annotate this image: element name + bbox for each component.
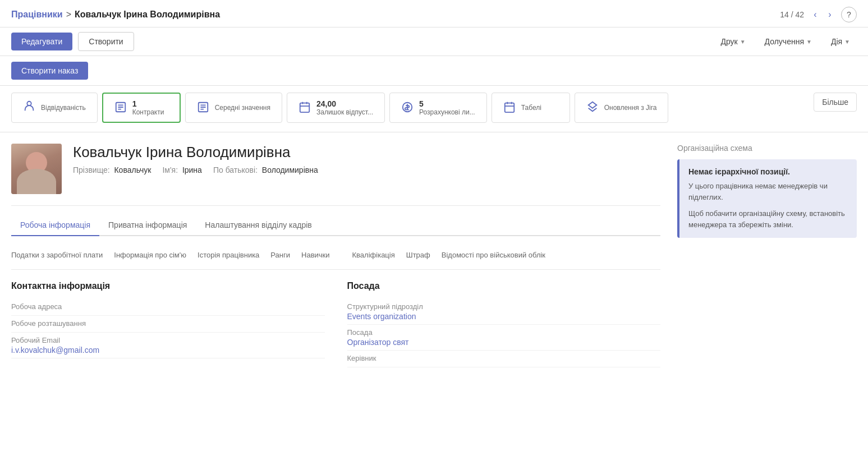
edit-button[interactable]: Редагувати <box>11 33 72 50</box>
patronymic-value: Володимирівна <box>262 165 318 174</box>
stat-jira[interactable]: Оновлення з Jira <box>575 93 669 123</box>
more-dropdown[interactable]: Більше <box>814 93 857 112</box>
svg-rect-5 <box>504 103 514 112</box>
stat-tabel[interactable]: Табелі <box>492 93 570 123</box>
sub-nav-taxes[interactable]: Податки з заробітної плати <box>11 250 103 260</box>
breadcrumb: Працівники > Ковальчук Ірина Володимирів… <box>11 10 220 20</box>
field-work-location: Робоче розташування <box>11 316 325 333</box>
stats-bar: Відвідуваність 1 Контракти Середні значе… <box>0 86 868 132</box>
record-position: 14 / 42 <box>780 10 804 19</box>
stat-payroll-num: 5 <box>419 99 475 108</box>
svg-rect-3 <box>300 103 310 112</box>
sub-nav-qualification[interactable]: Кваліфікація <box>352 250 395 260</box>
stat-avg-label: Середні значення <box>215 104 270 112</box>
tab-private-info[interactable]: Приватна інформація <box>99 215 196 236</box>
sub-nav-history[interactable]: Історія працівника <box>198 250 259 260</box>
attach-label: Долучення <box>765 37 804 46</box>
action-chevron-icon: ▼ <box>844 39 850 45</box>
work-address-label: Робоча адреса <box>11 302 325 311</box>
dollar-icon <box>401 101 414 115</box>
stat-attendance-label: Відвідуваність <box>41 104 86 112</box>
posada-title: Посада <box>347 281 661 291</box>
right-panel: Організаційна схема Немає ієрархічної по… <box>677 144 857 367</box>
create-order-button[interactable]: Створити наказ <box>11 62 88 80</box>
work-location-label: Робоче розташування <box>11 319 325 328</box>
field-work-address: Робоча адреса <box>11 299 325 316</box>
breadcrumb-right: 14 / 42 ‹ › ? <box>780 7 857 22</box>
action-button[interactable]: Дія ▼ <box>824 33 857 50</box>
nav-tabs: Робоча інформація Приватна інформація На… <box>11 215 660 236</box>
next-record-button[interactable]: › <box>823 8 837 21</box>
tab-hr-settings[interactable]: Налаштування відділу кадрів <box>196 215 320 236</box>
first-name-label: Ім'я: <box>162 165 178 174</box>
field-work-email: Робочий Email i.v.kovalchuk@gmail.com <box>11 333 325 358</box>
patronymic-label: По батькові: <box>213 165 258 174</box>
book2-icon <box>197 101 209 115</box>
create-button[interactable]: Створити <box>78 32 134 51</box>
stat-tabel-label: Табелі <box>521 104 541 112</box>
org-chart-title: Організаційна схема <box>677 144 857 153</box>
prev-record-button[interactable]: ‹ <box>809 8 822 21</box>
print-chevron-icon: ▼ <box>740 39 746 45</box>
employee-name: Ковальчук Ірина Володимирівна <box>73 144 660 161</box>
manager-label: Керівник <box>347 354 661 362</box>
avatar <box>11 144 62 194</box>
sub-nav-military[interactable]: Відомості про військовий облік <box>442 250 545 260</box>
left-panel: Ковальчук Ірина Володимирівна Прізвище: … <box>11 144 660 367</box>
stat-avg[interactable]: Середні значення <box>185 93 282 123</box>
print-label: Друк <box>720 37 737 46</box>
org-no-position: Немає ієрархічної позиції. <box>688 167 848 176</box>
stat-tabel-text: Табелі <box>521 104 541 112</box>
work-email-value[interactable]: i.v.kovalchuk@gmail.com <box>11 346 325 355</box>
sub-nav-penalty[interactable]: Штраф <box>406 250 430 260</box>
org-chart-panel: Організаційна схема Немає ієрархічної по… <box>677 144 857 238</box>
main-content: Ковальчук Ірина Володимирівна Прізвище: … <box>0 132 868 367</box>
stat-payroll-label: Розрахункові ли... <box>419 108 475 116</box>
stat-contracts-num: 1 <box>132 99 164 108</box>
calendar-icon <box>298 101 311 115</box>
breadcrumb-bar: Працівники > Ковальчук Ірина Володимирів… <box>0 0 868 27</box>
work-email-label: Робочий Email <box>11 336 325 344</box>
field-position: Посада Організатор свят <box>347 325 661 351</box>
sub-nav: Податки з заробітної плати Інформація пр… <box>11 245 660 270</box>
position-value[interactable]: Організатор свят <box>347 338 661 347</box>
first-name-meta: Ім'я: Ірина <box>162 165 201 174</box>
stat-contracts[interactable]: 1 Контракти <box>102 93 181 123</box>
svg-point-0 <box>27 102 31 105</box>
stat-attendance[interactable]: Відвідуваність <box>11 93 98 123</box>
employee-meta: Прізвище: Ковальчук Ім'я: Ірина По батьк… <box>73 165 660 174</box>
sub-nav-family[interactable]: Інформація про сім'ю <box>114 250 186 260</box>
stat-vacation-num: 24,00 <box>316 99 373 108</box>
employee-header: Ковальчук Ірина Володимирівна Прізвище: … <box>11 144 660 206</box>
position-label: Посада <box>347 328 661 337</box>
sub-nav-ranks[interactable]: Ранги <box>270 250 290 260</box>
structural-unit-value[interactable]: Events organization <box>347 312 661 321</box>
tab-work-info[interactable]: Робоча інформація <box>11 215 99 236</box>
stat-vacation-text: 24,00 Залишок відпуст... <box>316 99 373 116</box>
org-desc-1: У цього працівника немає менеджерів чи п… <box>688 181 848 203</box>
help-button[interactable]: ? <box>841 7 857 22</box>
attach-button[interactable]: Долучення ▼ <box>758 33 819 50</box>
stat-jira-text: Оновлення з Jira <box>604 104 657 112</box>
stat-vacation[interactable]: 24,00 Залишок відпуст... <box>287 93 385 123</box>
content-grid: Контактна інформація Робоча адреса Робоч… <box>11 281 660 367</box>
attach-chevron-icon: ▼ <box>806 39 812 45</box>
breadcrumb-current: Ковальчук Ірина Володимирівна <box>75 10 220 20</box>
stat-contracts-text: 1 Контракти <box>132 99 164 116</box>
nav-arrows: ‹ › <box>809 8 837 21</box>
calendar2-icon <box>503 101 516 115</box>
employee-info: Ковальчук Ірина Володимирівна Прізвище: … <box>73 144 660 174</box>
action-label: Дія <box>831 37 842 46</box>
stat-payroll[interactable]: 5 Розрахункові ли... <box>389 93 487 123</box>
field-manager: Керівник <box>347 351 661 367</box>
order-bar: Створити наказ <box>0 56 868 86</box>
contact-section: Контактна інформація Робоча адреса Робоч… <box>11 281 325 367</box>
breadcrumb-parent-link[interactable]: Працівники <box>11 10 63 20</box>
print-button[interactable]: Друк ▼ <box>714 33 752 50</box>
stat-jira-label: Оновлення з Jira <box>604 104 657 112</box>
posada-section: Посада Структурний підрозділ Events orga… <box>347 281 661 367</box>
sub-nav-skills[interactable]: Навички <box>301 250 330 260</box>
structural-unit-label: Структурний підрозділ <box>347 302 661 311</box>
first-name-value: Ірина <box>182 165 202 174</box>
patronymic-meta: По батькові: Володимирівна <box>213 165 318 174</box>
